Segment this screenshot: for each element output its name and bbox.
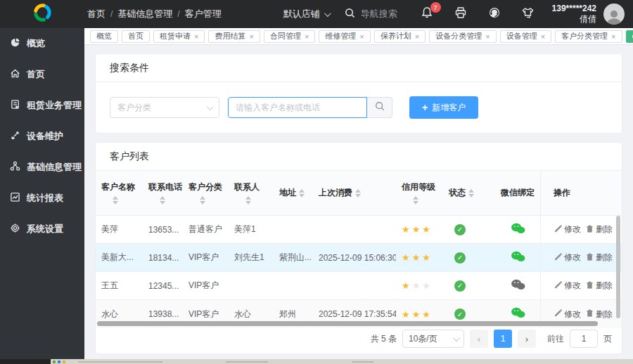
app-logo[interactable] [0,0,84,28]
column-label: 联系电话 [148,181,182,193]
add-customer-button[interactable]: + 新增客户 [409,96,478,119]
next-page-button[interactable]: › [518,330,536,348]
sort-carets-icon[interactable] [299,189,305,197]
page-number-1[interactable]: 1 [494,330,512,348]
table-row: 美新大...18134...VIP客户刘先生1紫荆山...2025-12-09 … [96,244,622,272]
sidebar-item-基础信息管理[interactable]: 基础信息管理 [0,152,84,183]
sort-carets-icon[interactable] [355,189,361,197]
tab-设备分类管理[interactable]: 设备分类管理× [429,30,496,43]
status-check-icon[interactable]: ✓ [454,224,466,235]
sort-desc-icon[interactable] [245,201,251,204]
tab-合同管理[interactable]: 合同管理× [264,30,315,43]
wechat-bind-cell [490,279,540,293]
close-icon[interactable]: × [611,32,615,41]
category-cell: VIP客户 [183,280,229,292]
breadcrumb-item[interactable]: 客户管理 [185,8,222,20]
pie-chart-icon [10,37,20,50]
sort-carets-icon[interactable] [200,196,205,204]
sort-desc-icon[interactable] [299,194,305,197]
close-icon[interactable]: × [194,32,198,41]
keyword-search-button[interactable] [367,97,392,118]
status-check-icon[interactable]: ✓ [454,280,466,292]
shop-selector[interactable]: 默认店铺 [283,8,329,20]
close-icon[interactable]: × [541,32,545,41]
sidebar-item-设备维护[interactable]: 设备维护 [0,121,84,152]
delete-button[interactable]: 删除 [585,252,613,264]
sidebar-item-租赁业务管理[interactable]: 租赁业务管理 [0,90,84,121]
close-icon[interactable]: × [249,32,253,41]
vertical-scrollbar[interactable] [616,216,620,318]
tab-label: 设备分类管理 [435,31,482,41]
breadcrumb-item[interactable]: 基础信息管理 [117,8,172,20]
column-label: 状态 [449,187,466,199]
status-check-icon[interactable]: ✓ [454,308,466,320]
sort-asc-icon[interactable] [245,196,251,200]
sort-carets-icon[interactable] [245,196,251,204]
sort-asc-icon[interactable] [160,196,165,200]
close-icon[interactable]: × [305,32,309,41]
nav-search[interactable]: 导航搜索 [345,8,397,20]
column-label: 联系人 [234,181,260,193]
sort-carets-icon[interactable] [468,189,474,197]
sort-carets-icon[interactable] [413,196,418,204]
edit-button[interactable]: 修改 [554,280,581,292]
sort-desc-icon[interactable] [355,194,361,197]
close-icon[interactable]: × [415,32,419,41]
page-size-select[interactable]: 10条/页 [402,330,464,348]
edit-button[interactable]: 修改 [554,252,581,264]
tab-概览[interactable]: 概览 [90,30,118,43]
tab-费用结算[interactable]: 费用结算× [208,30,260,43]
prev-page-button[interactable]: ‹ [470,330,488,348]
sort-asc-icon[interactable] [468,189,474,193]
edit-button[interactable]: 修改 [554,223,581,235]
sort-asc-icon[interactable] [299,189,305,193]
sort-asc-icon[interactable] [200,196,205,200]
tab-租赁申请[interactable]: 租赁申请× [153,30,205,43]
sidebar-item-概览[interactable]: 概览 [0,28,84,59]
column-header-微信绑定: 微信绑定 [490,171,540,215]
close-icon[interactable]: × [359,32,364,41]
sidebar-item-系统设置[interactable]: 系统设置 [0,214,84,245]
tab-维修管理[interactable]: 维修管理× [319,30,370,43]
column-header-客户名称: 客户名称 [96,171,143,215]
line-chart-icon [10,192,20,204]
sidebar-item-首页[interactable]: 首页 [0,59,84,90]
sort-carets-icon[interactable] [113,196,118,204]
edit-button[interactable]: 修改 [554,308,581,320]
sort-desc-icon[interactable] [113,201,118,204]
sort-asc-icon[interactable] [113,196,118,200]
user-info[interactable]: 139*****242 倩倩 [552,4,596,25]
tab-客户分类管理[interactable]: 客户分类管理× [555,30,622,43]
customer-name-cell: 美萍 [96,223,143,235]
sort-carets-icon[interactable] [160,196,165,204]
sidebar-item-统计报表[interactable]: 统计报表 [0,183,84,214]
breadcrumb-item[interactable]: 首页 [87,8,106,20]
goto-page-input[interactable] [570,330,598,348]
status-check-icon[interactable]: ✓ [454,252,466,264]
sort-desc-icon[interactable] [200,201,205,204]
print-button[interactable] [452,6,469,22]
sort-desc-icon[interactable] [160,201,165,204]
sort-desc-icon[interactable] [413,201,418,204]
tab-保养计划[interactable]: 保养计划× [374,30,426,43]
sort-asc-icon[interactable] [413,196,418,200]
tab-设备管理[interactable]: 设备管理× [500,30,551,43]
delete-button[interactable]: 删除 [585,223,613,235]
delete-button[interactable]: 删除 [585,308,613,320]
tab-首页[interactable]: 首页 [122,30,150,43]
avatar[interactable] [603,4,625,25]
notification-bell-button[interactable]: 7 [418,6,435,22]
delete-trash-icon [585,280,594,292]
delete-trash-icon [585,252,594,264]
close-icon[interactable]: × [485,32,490,41]
sort-desc-icon[interactable] [468,194,474,197]
customer-service-button[interactable] [486,6,503,22]
horizontal-scrollbar[interactable] [97,321,598,326]
customer-category-select[interactable]: 客户分类 [110,97,219,118]
sort-asc-icon[interactable] [355,189,361,193]
tab-客户管理[interactable]: 客户管理× [626,30,633,43]
wechat-icon [511,279,525,293]
keyword-input[interactable] [228,97,367,118]
theme-skin-button[interactable] [520,6,537,22]
delete-button[interactable]: 删除 [585,280,613,292]
